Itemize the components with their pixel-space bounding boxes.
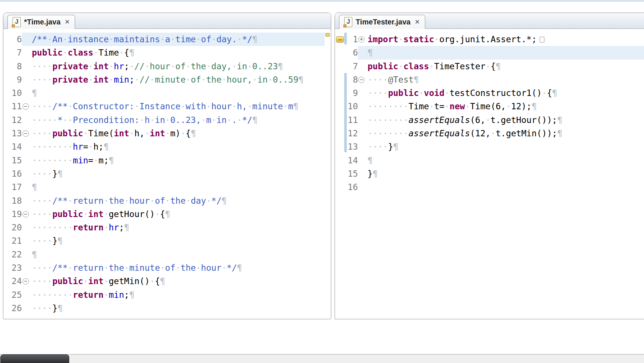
code-text[interactable] <box>365 180 644 194</box>
tab-timetester-java[interactable]: J TimeTester.java ✕ <box>339 15 425 29</box>
annotation-margin[interactable] <box>335 154 345 167</box>
code-text[interactable]: ····public·void·testConstructor1()·{¶ <box>365 86 644 100</box>
code-line[interactable]: 13−····public·Time(int·h,·int·m)·{¶ <box>3 127 331 140</box>
fold-margin[interactable] <box>358 154 365 167</box>
fold-margin[interactable] <box>22 302 29 315</box>
close-icon[interactable]: ✕ <box>64 18 70 26</box>
annotation-margin[interactable] <box>335 167 345 180</box>
line-number[interactable]: 12 <box>4 113 22 127</box>
code-line[interactable]: 18····/**·return·the·hour·of·the·day·*/¶ <box>3 194 331 207</box>
line-number[interactable]: 6 <box>4 33 22 46</box>
code-line[interactable]: 7public·class·TimeTester·{¶ <box>335 60 644 73</box>
code-line[interactable]: 8−····@Test¶ <box>335 73 644 86</box>
collapse-fold-icon[interactable]: − <box>23 278 29 284</box>
annotation-margin[interactable] <box>335 113 345 127</box>
code-text[interactable]: ¶ <box>29 86 331 100</box>
annotation-margin[interactable] <box>335 86 345 100</box>
code-line[interactable]: 23····/**·return·the·minute·of·the·hour·… <box>3 261 331 274</box>
fold-margin[interactable] <box>358 167 365 180</box>
code-text[interactable]: public·class·Time·{¶ <box>29 46 331 59</box>
expand-fold-icon[interactable]: + <box>358 36 365 43</box>
annotation-margin[interactable] <box>335 73 345 86</box>
code-line[interactable]: 1+import·static·org.junit.Assert.*; <box>335 33 644 46</box>
code-text[interactable]: ····public·int·getHour()·{¶ <box>29 207 331 221</box>
code-line[interactable]: 6¶ <box>335 46 644 59</box>
line-number[interactable]: 15 <box>4 154 22 167</box>
code-text[interactable]: ····@Test¶ <box>365 73 644 86</box>
fold-margin[interactable] <box>22 154 29 167</box>
annotation-margin[interactable] <box>335 100 345 113</box>
line-number[interactable]: 9 <box>4 73 22 86</box>
code-text[interactable]: ····}¶ <box>365 140 644 153</box>
fold-margin[interactable] <box>22 46 29 59</box>
line-number[interactable]: 23 <box>4 261 22 274</box>
code-line[interactable]: 26····}¶ <box>3 302 331 315</box>
code-text[interactable]: ········hr=·h;¶ <box>29 140 331 153</box>
fold-margin[interactable]: − <box>22 100 29 113</box>
fold-margin[interactable] <box>22 140 29 153</box>
line-number[interactable]: 13 <box>4 127 22 140</box>
fold-margin[interactable] <box>22 248 29 261</box>
line-number[interactable]: 10 <box>4 86 22 100</box>
code-text[interactable]: import·static·org.junit.Assert.*; <box>365 33 644 46</box>
fold-margin[interactable] <box>22 167 29 180</box>
code-line[interactable]: 14¶ <box>335 154 644 167</box>
close-icon[interactable]: ✕ <box>414 18 420 26</box>
code-line[interactable]: 7public·class·Time·{¶ <box>3 46 331 59</box>
line-number[interactable]: 21 <box>4 234 22 247</box>
code-line[interactable]: 11−····/**·Constructor:·Instance·with·ho… <box>3 100 331 113</box>
annotation-margin[interactable] <box>335 33 345 46</box>
code-line[interactable]: 17¶ <box>3 180 331 194</box>
fold-margin[interactable]: − <box>22 127 29 140</box>
code-line[interactable]: 10········Time·t=·new·Time(6,·12);¶ <box>335 100 644 113</box>
line-number[interactable]: 15 <box>345 167 358 180</box>
code-line[interactable]: 16····}¶ <box>3 167 331 180</box>
code-text[interactable]: ¶ <box>29 248 331 261</box>
code-text[interactable]: ········return·min;¶ <box>29 288 331 302</box>
code-text[interactable]: ····}¶ <box>29 302 331 315</box>
warning-marker-icon[interactable] <box>336 36 344 43</box>
code-text[interactable]: ········assertEquals(6,·t.getHour());¶ <box>365 113 644 127</box>
minimized-view-tab[interactable] <box>0 354 69 363</box>
code-line[interactable]: 13····}¶ <box>335 140 644 153</box>
code-text[interactable]: ····}¶ <box>29 167 331 180</box>
line-number[interactable]: 8 <box>4 60 22 73</box>
fold-margin[interactable] <box>358 86 365 100</box>
code-line[interactable]: 12········assertEquals(12,·t.getMin());¶ <box>335 127 644 140</box>
line-number[interactable]: 16 <box>345 180 358 194</box>
annotation-margin[interactable] <box>335 140 345 153</box>
code-text[interactable]: ········Time·t=·new·Time(6,·12);¶ <box>365 100 644 113</box>
line-number[interactable]: 7 <box>4 46 22 59</box>
code-line[interactable]: 16 <box>335 180 644 194</box>
fold-margin[interactable] <box>22 113 29 127</box>
code-line[interactable]: 19−····public·int·getHour()·{¶ <box>3 207 331 221</box>
right-editor-body[interactable]: 1+import·static·org.junit.Assert.*;6¶7pu… <box>335 29 644 319</box>
overview-ruler-marker[interactable] <box>325 33 330 37</box>
code-text[interactable]: ········assertEquals(12,·t.getMin());¶ <box>365 127 644 140</box>
annotation-margin[interactable] <box>335 127 345 140</box>
code-line[interactable]: 20········return·hr;¶ <box>3 221 331 234</box>
line-number[interactable]: 25 <box>4 288 22 302</box>
line-number[interactable]: 20 <box>4 221 22 234</box>
fold-margin[interactable] <box>22 221 29 234</box>
code-text[interactable]: ·····*··Precondition:·h·in·0..23,·m·in·.… <box>29 113 331 127</box>
collapse-fold-icon[interactable]: − <box>358 77 365 83</box>
code-text[interactable]: /**·An·instance·maintains·a·time·of·day.… <box>29 33 331 46</box>
code-text[interactable]: ········min=·m;¶ <box>29 154 331 167</box>
annotation-margin[interactable] <box>335 180 345 194</box>
line-number[interactable]: 7 <box>345 60 358 73</box>
code-text[interactable]: ····}¶ <box>29 234 331 247</box>
code-text[interactable]: ····private·int·min;·//·minute·of·the·ho… <box>29 73 331 86</box>
fold-margin[interactable] <box>358 180 365 194</box>
line-number[interactable]: 26 <box>4 302 22 315</box>
line-number[interactable]: 17 <box>4 180 22 194</box>
line-number[interactable]: 18 <box>4 194 22 207</box>
code-line[interactable]: 22¶ <box>3 248 331 261</box>
code-line[interactable]: 15}¶ <box>335 167 644 180</box>
code-text[interactable]: ····public·Time(int·h,·int·m)·{¶ <box>29 127 331 140</box>
tab-time-java[interactable]: J *Time.java ✕ <box>7 15 75 29</box>
code-text[interactable]: ¶ <box>365 154 644 167</box>
annotation-margin[interactable] <box>335 60 345 73</box>
fold-margin[interactable] <box>358 113 365 127</box>
code-text[interactable]: }¶ <box>365 167 644 180</box>
